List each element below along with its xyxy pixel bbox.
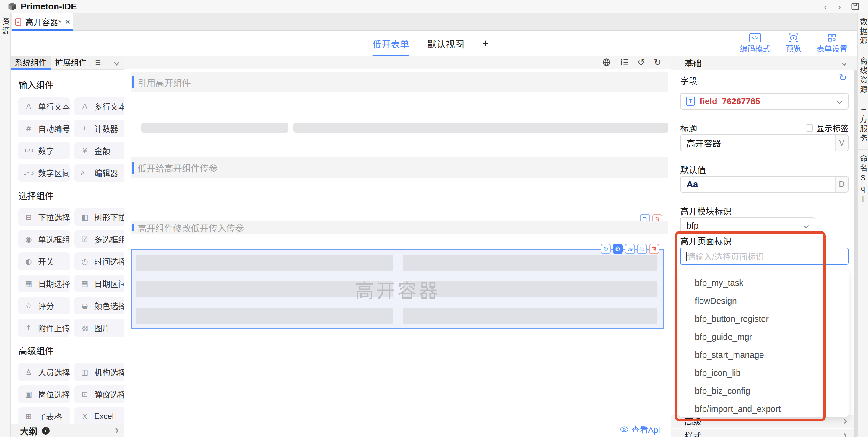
component-tree-select[interactable]: ◧树形下拉 xyxy=(74,208,124,226)
component-time-picker[interactable]: ◷时间选择 xyxy=(74,253,124,270)
sidebar-item-thirdparty-services[interactable]: 三方服务 xyxy=(858,101,868,150)
title-value: 高开容器 xyxy=(687,137,721,149)
section-style[interactable]: 样式 xyxy=(671,429,857,437)
component-switch[interactable]: ◐开关 xyxy=(18,253,70,270)
outline-bar[interactable]: 大纲 i xyxy=(11,424,124,437)
highcode-container[interactable]: ↻ ⚙ JS 高开容 xyxy=(131,248,664,329)
field-select[interactable]: T field_76267785 xyxy=(680,93,848,109)
option-bfp-my-task[interactable]: bfp_my_task xyxy=(678,274,848,292)
view-api-link[interactable]: 查看Api xyxy=(620,424,660,435)
component-editor[interactable]: A≡编辑器 xyxy=(74,164,124,181)
field-label: 字段 xyxy=(680,74,697,87)
group-advanced-grid: ♙人员选择 ◫机构选择 ▣岗位选择 ⊡弹窗选择 ⊞子表格 XExcel xyxy=(18,363,119,424)
page-id-label: 高开页面标识 xyxy=(680,234,732,247)
view-bar: 低开表单 默认视图 + </> 编码模式 预览 xyxy=(11,31,857,56)
add-view-button[interactable]: + xyxy=(483,37,489,49)
undo-icon[interactable]: ↺ xyxy=(638,58,645,67)
component-dropdown-select[interactable]: ⊟下拉选择 xyxy=(18,208,70,226)
field-value: field_76267785 xyxy=(700,97,760,106)
date-range-icon: ▤ xyxy=(79,279,90,288)
i18n-globe-icon[interactable] xyxy=(602,58,611,67)
inspector-scrollbar[interactable] xyxy=(854,70,857,437)
redo-icon[interactable]: ↻ xyxy=(654,58,661,67)
text-field-type-icon: T xyxy=(686,97,695,106)
chevron-right-icon xyxy=(841,418,847,424)
component-color-picker[interactable]: ◒颜色选择 xyxy=(74,297,124,314)
title-input[interactable]: 高开容器 V xyxy=(680,134,848,151)
component-amount[interactable]: ¥金额 xyxy=(74,142,124,160)
option-flowdesign[interactable]: flowDesign xyxy=(678,292,848,310)
component-number[interactable]: 123数字 xyxy=(18,142,70,160)
component-checkbox-group[interactable]: ☑多选框组 xyxy=(74,230,124,248)
person-select-icon: ♙ xyxy=(23,368,34,376)
doc-tab-close-icon[interactable]: × xyxy=(65,18,70,26)
component-single-line-text[interactable]: A单行文本 xyxy=(18,97,70,115)
default-variable-toggle[interactable]: D xyxy=(835,176,848,192)
tab-lowcode-form[interactable]: 低开表单 xyxy=(373,31,409,56)
component-radio-group[interactable]: ◉单选框组 xyxy=(18,230,70,248)
option-bfp-guide-mgr[interactable]: bfp_guide_mgr xyxy=(678,328,848,346)
tab-extension-components[interactable]: 扩展组件 xyxy=(51,56,91,70)
group-input-grid: A单行文本 A多行文本 #自动编号 ±计数器 123数字 ¥金额 1~3数字区间… xyxy=(18,97,119,181)
default-value-input[interactable]: Aa D xyxy=(680,176,848,193)
option-bfp-icon-lib[interactable]: bfp_icon_lib xyxy=(678,364,848,382)
component-date-range[interactable]: ▤日期区间 xyxy=(74,275,124,292)
checkbox-icon[interactable] xyxy=(806,124,813,132)
form-settings-icon xyxy=(827,33,837,42)
option-bfp-import-and-export[interactable]: bfp/import_and_export xyxy=(678,400,848,418)
tab-system-components[interactable]: 系统组件 xyxy=(11,56,51,70)
component-org-select[interactable]: ◫机构选择 xyxy=(74,363,124,381)
palette-collapse-icon[interactable] xyxy=(114,60,119,65)
component-attachment-upload[interactable]: ↥附件上传 xyxy=(18,319,70,337)
component-number-range[interactable]: 1~3数字区间 xyxy=(18,164,70,181)
sidebar-item-offline-resources[interactable]: 离线资源 xyxy=(858,52,868,101)
save-icon[interactable] xyxy=(851,2,860,11)
palette-list-icon[interactable]: ☰ xyxy=(95,59,101,66)
show-label-checkbox-row[interactable]: 显示标签 xyxy=(806,122,848,134)
component-subtable[interactable]: ⊞子表格 xyxy=(18,407,70,424)
component-multi-line-text[interactable]: A多行文本 xyxy=(74,97,124,115)
preview-button[interactable]: 预览 xyxy=(786,33,801,54)
title-variable-toggle[interactable]: V xyxy=(835,135,848,150)
nav-forward-icon[interactable]: › xyxy=(838,1,841,11)
component-excel[interactable]: XExcel xyxy=(74,407,124,424)
component-image[interactable]: ▨图片 xyxy=(74,319,124,337)
section-header-pass-params[interactable]: 低开给高开组件传参 xyxy=(131,157,668,178)
option-bfp-biz-config[interactable]: bfp_biz_config xyxy=(678,382,848,400)
sidebar-item-resources[interactable]: 资源 xyxy=(0,17,10,36)
component-auto-number[interactable]: #自动编号 xyxy=(18,120,70,137)
single-line-text-icon: A xyxy=(23,102,34,111)
document-tabstrip: 高开容器* × xyxy=(11,13,857,31)
outline-tree-icon[interactable] xyxy=(620,58,629,67)
title-label: 标题 xyxy=(680,122,697,134)
section-header-reference[interactable]: 引用高开组件 xyxy=(131,72,668,93)
right-dock-strip: 数据源 离线资源 三方服务 命名Sql xyxy=(857,13,868,437)
component-counter[interactable]: ±计数器 xyxy=(74,120,124,137)
form-settings-button[interactable]: 表单设置 xyxy=(816,33,847,54)
code-mode-button[interactable]: </> 编码模式 xyxy=(740,33,771,54)
component-person-select[interactable]: ♙人员选择 xyxy=(18,363,70,381)
section-basic[interactable]: 基础 xyxy=(671,56,857,70)
sidebar-item-datasource[interactable]: 数据源 xyxy=(858,13,868,52)
page-id-input[interactable]: 请输入/选择页面标识 xyxy=(680,248,848,265)
nav-back-icon[interactable]: ‹ xyxy=(824,1,827,11)
left-dock-strip: 资源 xyxy=(0,13,11,437)
auto-number-icon: # xyxy=(23,124,34,133)
sidebar-item-named-sql[interactable]: 命名Sql xyxy=(858,150,868,211)
module-id-select[interactable]: bfp xyxy=(680,217,815,234)
component-post-select[interactable]: ▣岗位选择 xyxy=(18,385,70,403)
doc-tab-gaokai-container[interactable]: 高开容器* × xyxy=(12,13,73,31)
option-bfp-button-register[interactable]: bfp_button_register xyxy=(678,310,848,328)
default-value: Aa xyxy=(687,179,698,189)
outline-expand-icon[interactable] xyxy=(113,428,119,433)
radio-group-icon: ◉ xyxy=(23,235,34,244)
tab-default-view[interactable]: 默认视图 xyxy=(428,31,464,56)
option-bfp-start-manage[interactable]: bfp_start_manage xyxy=(678,346,848,364)
field-refresh-icon[interactable]: ↻ xyxy=(839,73,847,82)
component-date-picker[interactable]: ▦日期选择 xyxy=(18,275,70,292)
section-accent-bar xyxy=(132,224,133,232)
component-rating[interactable]: ☆评分 xyxy=(18,297,70,314)
section-header-modify-params[interactable]: 高开组件修改低开传入传参 xyxy=(131,221,668,234)
group-title-advanced: 高级组件 xyxy=(18,344,119,357)
component-popup-select[interactable]: ⊡弹窗选择 xyxy=(74,385,124,403)
